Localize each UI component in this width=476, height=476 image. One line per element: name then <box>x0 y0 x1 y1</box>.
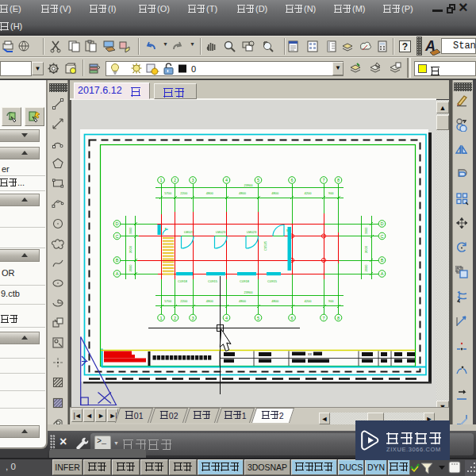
svg-text:5: 5 <box>257 178 259 182</box>
svg-text:C: C <box>116 234 119 239</box>
svg-text:6: 6 <box>290 178 293 182</box>
svg-text:?: ? <box>402 41 408 52</box>
svg-text:4200: 4200 <box>305 191 313 195</box>
svg-text:C0915: C0915 <box>267 279 278 283</box>
svg-text:A: A <box>381 271 384 276</box>
svg-text:2000: 2000 <box>364 245 368 253</box>
svg-text:7: 7 <box>322 316 324 321</box>
svg-text:5700: 5700 <box>164 191 172 195</box>
svg-text:2000: 2000 <box>129 264 132 272</box>
svg-text:xx: xx <box>308 351 313 356</box>
svg-text:4800: 4800 <box>239 191 247 195</box>
svg-text:B: B <box>381 258 384 263</box>
svg-text:2200: 2200 <box>180 191 188 195</box>
svg-text:2200: 2200 <box>180 299 188 303</box>
svg-text:0: 0 <box>191 64 196 74</box>
svg-text:7: 7 <box>322 178 324 182</box>
svg-text:1: 1 <box>159 316 162 321</box>
svg-text:3000: 3000 <box>364 227 368 235</box>
svg-text:C0525: C0525 <box>263 240 267 251</box>
svg-text:C0918: C0918 <box>240 279 250 283</box>
svg-text:2000: 2000 <box>129 245 132 253</box>
svg-text:C: C <box>381 234 384 239</box>
svg-text:3000: 3000 <box>129 227 132 235</box>
svg-text:4: 4 <box>225 316 228 321</box>
svg-text:4200: 4200 <box>305 299 313 303</box>
svg-text:LM023: LM023 <box>216 230 226 234</box>
svg-text:LM023: LM023 <box>247 230 257 234</box>
svg-text:2000: 2000 <box>364 264 368 272</box>
svg-text:8: 8 <box>337 178 340 182</box>
svg-text:3: 3 <box>191 178 194 182</box>
svg-text:2: 2 <box>174 316 176 321</box>
svg-text:4800: 4800 <box>271 191 279 195</box>
svg-text:C0915: C0915 <box>208 279 218 283</box>
svg-text:4800: 4800 <box>271 299 279 303</box>
svg-text:900: 900 <box>328 191 334 195</box>
svg-text:4800: 4800 <box>239 299 247 303</box>
svg-text:1: 1 <box>159 178 162 182</box>
svg-text:4800: 4800 <box>206 299 214 303</box>
svg-text:900: 900 <box>328 299 334 303</box>
svg-text:C0918: C0918 <box>178 279 188 283</box>
svg-text:A: A <box>116 271 119 276</box>
svg-text:B: B <box>116 258 119 263</box>
svg-text:2: 2 <box>174 178 176 182</box>
svg-text:5700: 5700 <box>164 299 172 303</box>
svg-text:23900: 23900 <box>244 290 253 294</box>
svg-text:4: 4 <box>225 178 228 182</box>
svg-text:8: 8 <box>337 316 340 321</box>
svg-text:5: 5 <box>257 316 259 321</box>
svg-text:D: D <box>116 221 119 226</box>
svg-text:23900: 23900 <box>244 183 253 187</box>
svg-text:D: D <box>381 221 384 226</box>
svg-text:3: 3 <box>191 316 194 321</box>
svg-text:4800: 4800 <box>206 191 214 195</box>
svg-text:6: 6 <box>290 316 293 321</box>
